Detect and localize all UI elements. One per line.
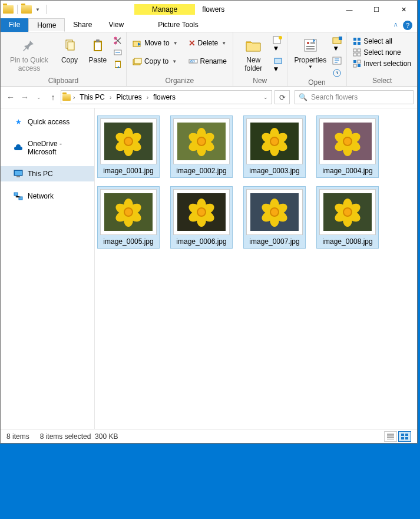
cut-icon[interactable] — [113, 36, 123, 45]
invert-label: Invert selection — [363, 59, 411, 68]
content-pane[interactable]: image_0001.jpgimage_0002.jpgimage_0003.j… — [95, 108, 417, 429]
title-bar: ▼ Manage flowers — ☐ ✕ — [1, 1, 417, 18]
ribbon-tabs: File Home Share View Picture Tools ᐱ ? — [1, 18, 417, 32]
tab-file[interactable]: File — [1, 18, 28, 32]
chevron-right-icon[interactable]: › — [145, 94, 150, 101]
nav-item-this-pc[interactable]: This PC — [1, 166, 94, 181]
svg-rect-45 — [405, 434, 408, 436]
forward-button[interactable]: → — [18, 91, 31, 104]
group-label-clipboard: Clipboard — [4, 75, 123, 86]
file-item[interactable]: image_0004.jpg — [316, 115, 379, 178]
new-item-icon[interactable]: ▼ — [273, 36, 283, 52]
delete-button[interactable]: ✕ Delete▼ — [186, 37, 229, 49]
file-item[interactable]: image_0007.jpg — [243, 186, 306, 249]
folder-icon[interactable] — [3, 5, 14, 14]
contextual-tab-manage[interactable]: Manage — [134, 4, 195, 15]
copy-icon — [60, 36, 79, 55]
nav-item-onedrive[interactable]: OneDrive - Microsoft — [1, 137, 94, 159]
delete-icon: ✕ — [188, 38, 196, 48]
flower-icon — [262, 200, 287, 224]
select-none-button[interactable]: Select none — [350, 47, 414, 58]
details-view-button[interactable] — [384, 431, 397, 442]
chevron-down-icon[interactable]: ▼ — [33, 7, 42, 12]
file-name-label: image_0008.jpg — [322, 235, 372, 246]
thumbnail — [100, 189, 157, 235]
pin-label: Pin to Quick access — [8, 56, 51, 73]
address-bar[interactable]: › This PC › Pictures › flowers ⌄ — [61, 90, 272, 104]
network-icon — [14, 191, 23, 201]
svg-rect-31 — [353, 49, 356, 52]
tab-picture-tools[interactable]: Picture Tools — [150, 18, 206, 32]
recent-locations-button[interactable]: ⌄ — [32, 91, 45, 104]
move-to-label: Move to — [144, 39, 170, 47]
search-box[interactable]: 🔍 Search flowers — [295, 90, 414, 104]
copy-path-icon[interactable] — [113, 46, 123, 57]
paste-button[interactable]: Paste — [85, 34, 111, 67]
chevron-right-icon[interactable]: › — [72, 94, 76, 101]
breadcrumb-segment[interactable]: flowers — [151, 93, 178, 101]
breadcrumb-segment[interactable]: Pictures — [114, 93, 144, 101]
ribbon-group-new: New folder ▼ ▼ New — [233, 32, 287, 86]
properties-button[interactable]: Properties ▼ — [291, 34, 330, 72]
select-none-label: Select none — [363, 48, 401, 57]
select-none-icon — [353, 48, 361, 57]
explorer-window: ▼ Manage flowers — ☐ ✕ File Home Share V… — [0, 0, 418, 444]
rename-button[interactable]: ab Rename — [186, 55, 229, 67]
folder-icon — [62, 94, 71, 101]
svg-rect-46 — [401, 437, 404, 439]
file-item[interactable]: image_0002.jpg — [170, 115, 233, 178]
file-item[interactable]: image_0008.jpg — [316, 186, 379, 249]
thumbnails-view-button[interactable] — [398, 431, 411, 442]
separator — [46, 5, 47, 14]
tab-home[interactable]: Home — [28, 18, 65, 32]
ribbon-group-organize: Move to▼ Copy to▼ ✕ Delete▼ ab Rename — [127, 32, 233, 86]
nav-item-quick-access[interactable]: ★ Quick access — [1, 114, 94, 130]
help-icon[interactable]: ? — [403, 21, 412, 30]
history-icon[interactable] — [332, 65, 343, 77]
move-to-button[interactable]: Move to▼ — [130, 37, 180, 49]
body: ★ Quick access OneDrive - Microsoft This… — [1, 108, 417, 429]
open-icon[interactable]: ▼ — [332, 36, 343, 52]
maximize-button[interactable]: ☐ — [363, 1, 390, 18]
refresh-button[interactable]: ⟳ — [275, 90, 290, 104]
copy-to-button[interactable]: Copy to▼ — [130, 55, 180, 67]
invert-selection-button[interactable]: Invert selection — [350, 58, 414, 69]
minimize-button[interactable]: — — [336, 1, 363, 18]
file-name-label: image_0007.jpg — [249, 235, 299, 246]
svg-rect-40 — [15, 171, 22, 175]
file-name-label: image_0002.jpg — [176, 164, 226, 175]
close-button[interactable]: ✕ — [390, 1, 417, 18]
easy-access-icon[interactable]: ▼ — [273, 53, 283, 73]
svg-rect-22 — [306, 48, 315, 49]
thumbnail — [319, 189, 376, 235]
edit-icon[interactable] — [332, 53, 343, 65]
chevron-right-icon[interactable]: › — [108, 94, 113, 101]
file-item[interactable]: image_0001.jpg — [97, 115, 160, 178]
folder-icon[interactable] — [21, 5, 32, 14]
up-button[interactable]: ↑ — [47, 91, 59, 104]
copy-button[interactable]: Copy — [57, 34, 82, 67]
new-folder-button[interactable]: New folder — [237, 34, 270, 75]
tab-share[interactable]: Share — [65, 18, 100, 32]
select-all-button[interactable]: Select all — [350, 36, 414, 47]
breadcrumb-segment[interactable]: This PC — [77, 93, 107, 101]
pin-quick-access-button[interactable]: Pin to Quick access — [4, 34, 54, 75]
thumbnail — [246, 118, 303, 164]
file-item[interactable]: image_0006.jpg — [170, 186, 233, 249]
back-button[interactable]: ← — [4, 91, 17, 104]
paste-shortcut-icon[interactable] — [113, 58, 123, 69]
file-item[interactable]: image_0005.jpg — [97, 186, 160, 249]
collapse-ribbon-icon[interactable]: ᐱ — [392, 22, 399, 28]
flower-icon — [335, 200, 360, 224]
quick-access-toolbar: ▼ — [1, 5, 49, 14]
thumbnail — [319, 118, 376, 164]
file-name-label: image_0004.jpg — [322, 164, 372, 175]
ribbon-group-open: Properties ▼ ▼ Open — [287, 32, 348, 86]
nav-item-network[interactable]: Network — [1, 189, 94, 204]
tab-view[interactable]: View — [100, 18, 132, 32]
address-dropdown-icon[interactable]: ⌄ — [260, 94, 272, 100]
file-name-label: image_0005.jpg — [103, 235, 153, 246]
move-to-icon — [133, 38, 142, 48]
svg-rect-44 — [401, 434, 404, 436]
file-item[interactable]: image_0003.jpg — [243, 115, 306, 178]
